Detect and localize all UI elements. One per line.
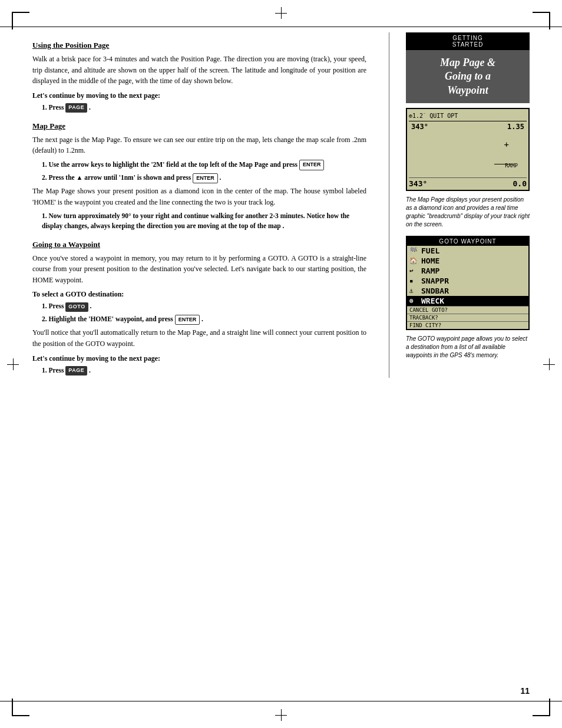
gps-row1: 343° 1.35	[409, 123, 527, 131]
body-position-page: Walk at a brisk pace for 3-4 minutes and…	[32, 54, 366, 87]
left-column: Using the Position Page Walk at a brisk …	[32, 32, 372, 378]
goto-findcity: FIND CITY?	[407, 321, 528, 329]
crosshair-top	[275, 7, 287, 19]
crosshair-bottom	[275, 709, 287, 721]
fuel-icon: 🏁	[409, 247, 419, 255]
section-goto-waypoint: Going to a Waypoint Once you've stored a…	[32, 240, 366, 376]
step-map-1: 1. Use the arrow keys to highlight the '…	[42, 160, 366, 170]
body-map-page-1: The next page is the Map Page. To ensure…	[32, 134, 366, 156]
key-goto: GOTO	[65, 302, 88, 312]
ramp-icon: ↩	[409, 267, 419, 275]
step-press-page-2: 1. Press PAGE .	[42, 365, 366, 376]
step-goto-2: 2. Highlight the 'HOME' waypoint, and pr…	[42, 314, 366, 325]
instruction-next-page-1: Let's continue by moving to the next pag…	[32, 91, 366, 100]
gps-distance-2: 0.0	[513, 179, 527, 188]
goto-label-sndbar: SNDBAR	[421, 286, 449, 295]
goto-tracback: TRACBACK?	[407, 314, 528, 321]
wreck-icon: ⊗	[409, 297, 419, 305]
gps-bearing-1: 343°	[411, 123, 428, 131]
home-icon: 🏠	[409, 257, 419, 265]
instruction-next-page-2: Let's continue by moving to the next pag…	[32, 354, 366, 363]
column-divider	[389, 32, 389, 378]
up-arrow-icon: ▲	[77, 174, 85, 181]
goto-title-bar: GOTO WAYPOINT	[407, 237, 528, 246]
goto-screen-caption: The GOTO waypoint page allows you to sel…	[406, 335, 530, 360]
goto-waypoint-screen: GOTO WAYPOINT 🏁 FUEL 🏠 HOME ↩ RAMP ▪ SNA…	[406, 236, 530, 330]
gps-bottom-bar: 343° 0.0	[409, 178, 527, 188]
right-column: GETTING STARTED Map Page & Going to a Wa…	[406, 32, 530, 378]
goto-item-wreck: ⊗ WRECK	[407, 296, 528, 306]
goto-item-home: 🏠 HOME	[407, 256, 528, 266]
goto-item-snappr: ▪ SNAPPR	[407, 276, 528, 286]
section-map-page: Map Page The next page is the Map Page. …	[32, 121, 366, 232]
step-map-2: 2. Press the ▲ arrow until '1nm' is show…	[42, 173, 366, 183]
goto-item-sndbar: ⚓ SNDBAR	[407, 286, 528, 296]
body-map-page-2: The Map Page shows your present position…	[32, 186, 366, 207]
sidebar-title: Map Page & Going to a Waypoint	[406, 50, 530, 103]
key-enter-map2: ENTER	[193, 173, 218, 184]
sndbar-icon: ⚓	[409, 287, 419, 295]
goto-label-snappr: SNAPPR	[421, 276, 449, 285]
key-enter-map1: ENTER	[299, 160, 325, 170]
goto-item-fuel: 🏁 FUEL	[407, 246, 528, 256]
step-goto-1: 1. Press GOTO .	[42, 301, 366, 312]
page-content: Using the Position Page Walk at a brisk …	[32, 32, 530, 696]
main-layout: Using the Position Page Walk at a brisk …	[32, 32, 530, 378]
key-page-2: PAGE	[65, 366, 87, 375]
page-number: 11	[520, 686, 530, 696]
goto-item-ramp: ↩ RAMP	[407, 266, 528, 276]
goto-label-fuel: FUEL	[421, 246, 439, 255]
goto-label-home: HOME	[421, 256, 439, 265]
body-goto-1: Once you've stored a waypoint in memory,…	[32, 253, 366, 286]
gps-map-area: + RAMP	[409, 131, 527, 178]
gps-top-bar: ⊕1.2⁻ QUIT OPT	[409, 111, 527, 121]
section-position-page: Using the Position Page Walk at a brisk …	[32, 41, 366, 113]
heading-map-page: Map Page	[32, 121, 366, 131]
goto-label-ramp: RAMP	[421, 266, 439, 275]
gps-plus-symbol: +	[504, 140, 509, 149]
key-page-1: PAGE	[65, 103, 87, 113]
gps-map-ramp-label: RAMP	[505, 163, 518, 169]
step-press-page-1: 1. Press PAGE .	[42, 103, 366, 113]
instruction-goto: To select a GOTO destination:	[32, 290, 366, 299]
heading-position-page: Using the Position Page	[32, 41, 366, 50]
gps-distance-1: 1.35	[507, 123, 524, 131]
snappr-icon: ▪	[409, 277, 419, 285]
key-enter-goto: ENTER	[175, 315, 200, 325]
map-screen-caption: The Map Page displays your present posit…	[406, 196, 530, 229]
step-map-turn: 1. Now turn approximately 90° to your ri…	[42, 211, 366, 232]
sidebar-header: GETTING STARTED	[406, 32, 530, 50]
goto-cancel: CANCEL GOTO?	[407, 306, 528, 314]
goto-label-wreck: WRECK	[421, 297, 444, 305]
body-goto-2: You'll notice that you'll automatically …	[32, 327, 366, 349]
gps-top-left: ⊕1.2⁻ QUIT OPT	[409, 111, 458, 119]
crosshair-right	[543, 358, 555, 370]
heading-goto: Going to a Waypoint	[32, 240, 366, 249]
gps-map-screen: ⊕1.2⁻ QUIT OPT 343° 1.35 + RAMP 343° 0.0	[406, 108, 530, 190]
gps-bearing-2: 343°	[409, 179, 427, 188]
hline-bottom	[0, 701, 562, 701]
crosshair-left	[7, 358, 19, 370]
hline-top	[0, 27, 562, 27]
